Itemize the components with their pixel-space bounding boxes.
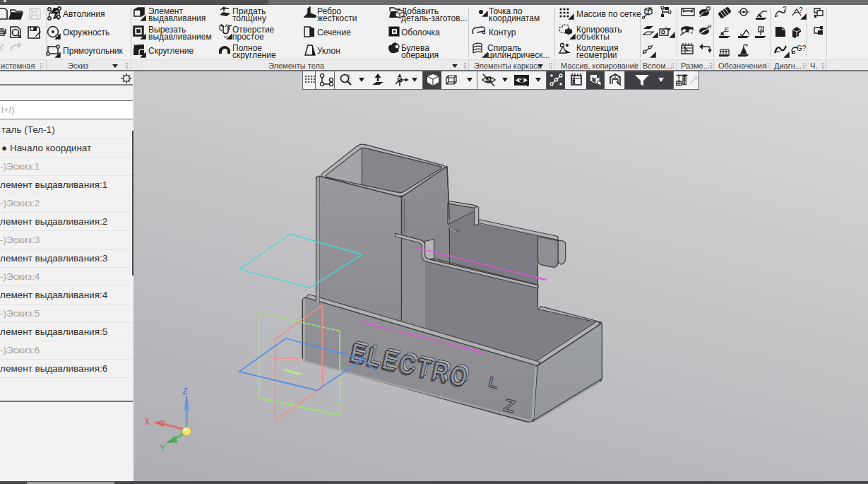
svg-text:A: A (760, 28, 763, 33)
svg-text:Y: Y (160, 443, 165, 453)
svg-text:R: R (708, 23, 712, 30)
svg-text:?: ? (799, 6, 803, 14)
svg-text:X: X (144, 417, 150, 427)
svg-text:?: ? (783, 6, 787, 13)
svg-text:G?: G? (797, 45, 807, 52)
svg-text:E: E (725, 26, 729, 33)
svg-text:Z: Z (183, 386, 188, 396)
